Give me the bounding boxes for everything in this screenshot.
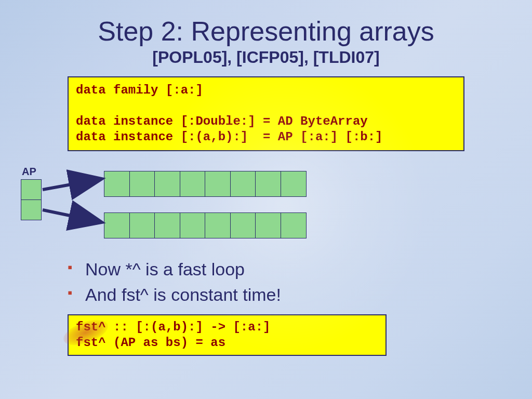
code-block-bottom: fst^ :: [:(a,b):] -> [:a:] fst^ (AP as b… (68, 314, 387, 356)
array-row-bottom (104, 212, 307, 238)
slide-title: Step 2: Representing arrays (0, 0, 532, 47)
array-row-top (104, 171, 307, 197)
array-diagram: AP (0, 166, 532, 249)
ap-cell-bottom (21, 200, 42, 220)
array-cell (180, 171, 206, 197)
array-cell (205, 212, 231, 238)
ap-label: AP (22, 166, 36, 178)
bullet-list: Now *^ is a fast loop And fst^ is consta… (68, 259, 532, 305)
array-cell (129, 171, 155, 197)
ap-cell-top (21, 179, 42, 200)
array-cell (180, 212, 206, 238)
array-cell (129, 212, 155, 238)
array-cell (154, 171, 180, 197)
array-cell (230, 171, 256, 197)
array-cell (230, 212, 256, 238)
array-cell (255, 171, 281, 197)
slide-subtitle: [POPL05], [ICFP05], [TLDI07] (0, 48, 532, 67)
array-cell (205, 171, 231, 197)
array-cell (255, 212, 281, 238)
bullet-item: Now *^ is a fast loop (68, 259, 532, 280)
array-cell (104, 171, 130, 197)
array-cell (281, 171, 307, 197)
bullet-item: And fst^ is constant time! (68, 285, 532, 305)
array-cell (154, 212, 180, 238)
code-block-top: data family [:a:] data instance [:Double… (68, 76, 464, 151)
array-cell (104, 212, 130, 238)
array-cell (281, 212, 307, 238)
arrow-top (43, 179, 100, 190)
arrow-bottom (43, 210, 100, 222)
